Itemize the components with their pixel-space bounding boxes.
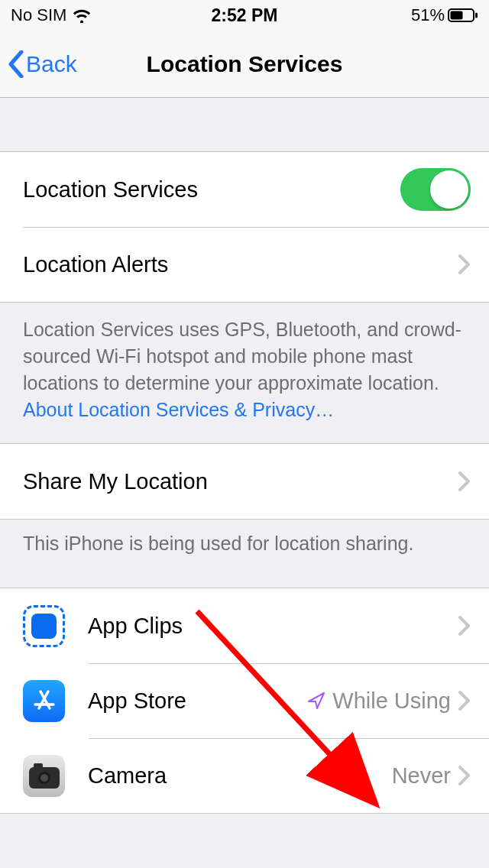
row-value: Never [392,763,451,789]
back-label: Back [26,51,77,77]
row-app-clips[interactable]: App Clips [0,588,489,663]
wifi-icon [73,8,91,23]
row-share-my-location[interactable]: Share My Location [0,444,489,519]
row-label: Location Services [23,177,400,202]
row-label: Share My Location [23,469,458,494]
battery-pct: 51% [411,5,445,25]
row-label: App Store [88,688,306,714]
svg-rect-1 [451,11,463,20]
back-button[interactable]: Back [0,50,77,78]
nav-bar: Back Location Services [0,31,489,98]
row-location-services[interactable]: Location Services [0,152,489,227]
footer-share-desc: This iPhone is being used for location s… [0,520,489,588]
settings-group-share: Share My Location [0,443,489,520]
row-label: Camera [88,763,392,789]
row-value: While Using [332,688,451,714]
footer-location-desc: Location Services uses GPS, Bluetooth, a… [0,303,489,443]
chevron-right-icon [458,766,471,785]
battery-icon [448,8,478,22]
footer-text: This iPhone is being used for location s… [23,533,413,554]
location-arrow-icon [306,691,326,711]
chevron-right-icon [458,254,471,274]
carrier-label: No SIM [11,5,66,25]
settings-group-apps: App Clips App Store While Using Camera N… [0,588,489,814]
chevron-right-icon [458,616,471,636]
app-store-icon [23,680,65,722]
about-location-link[interactable]: About Location Services & Privacy… [23,399,334,420]
row-label: App Clips [88,614,458,639]
svg-rect-2 [475,13,478,18]
chevron-left-icon [8,50,24,78]
app-clips-icon [23,605,65,647]
footer-text: Location Services uses GPS, Bluetooth, a… [23,319,461,394]
status-bar: No SIM 2:52 PM 51% [0,0,489,31]
chevron-right-icon [458,691,471,711]
chevron-right-icon [458,471,471,491]
row-camera[interactable]: Camera Never [0,738,489,813]
location-services-toggle[interactable] [400,168,471,211]
row-app-store[interactable]: App Store While Using [0,663,489,738]
row-location-alerts[interactable]: Location Alerts [0,227,489,302]
camera-icon [23,755,65,797]
settings-group-main: Location Services Location Alerts [0,151,489,303]
row-label: Location Alerts [23,252,458,277]
